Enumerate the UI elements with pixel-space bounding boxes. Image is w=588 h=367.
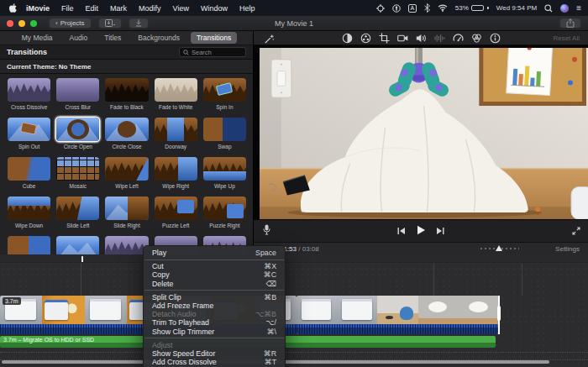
transition-thumbnail-wipe-down[interactable]	[8, 197, 50, 220]
viewer[interactable]	[254, 45, 588, 220]
menubar-clock[interactable]: Wed 9:54 PM	[496, 4, 537, 12]
menu-item-copy[interactable]: Copy⌘C	[144, 270, 285, 279]
play-button[interactable]	[416, 223, 426, 239]
menu-item-play[interactable]: PlaySpace	[144, 249, 285, 257]
crop-icon[interactable]	[379, 33, 390, 44]
transition-item: Fade to Black	[105, 78, 148, 118]
transition-thumbnail-wipe-left[interactable]	[105, 157, 148, 181]
previous-frame-button[interactable]	[397, 223, 406, 239]
transition-thumbnail-mosaic[interactable]	[56, 157, 99, 181]
transition-thumbnail-partial[interactable]	[56, 236, 99, 254]
transition-thumbnail-slide-right[interactable]	[105, 197, 148, 220]
clip-info-icon[interactable]	[490, 33, 501, 44]
timeline-ruler[interactable]	[0, 254, 588, 263]
import-media-button[interactable]	[98, 18, 122, 29]
close-window-button[interactable]	[7, 20, 13, 27]
minimize-window-button[interactable]	[18, 20, 25, 27]
current-theme-bar: Current Theme: No Theme	[0, 60, 253, 74]
transition-thumbnail-wipe-right[interactable]	[155, 157, 197, 181]
menubar-item-mark[interactable]: Mark	[104, 4, 133, 13]
transition-thumbnail-cross-blur[interactable]	[56, 78, 99, 102]
transition-item: Spin In	[203, 78, 246, 118]
back-to-projects-button[interactable]: ‹ Projects	[49, 18, 92, 29]
transition-thumbnail-cross-dissolve[interactable]	[8, 78, 50, 102]
transition-label: Doorway	[165, 144, 186, 149]
notification-center-icon[interactable]: ≡	[576, 3, 581, 13]
zoom-window-button[interactable]	[30, 20, 37, 27]
keyhole-icon[interactable]	[392, 4, 401, 13]
transition-thumbnail-puzzle-left[interactable]	[155, 197, 197, 220]
menu-separator	[144, 290, 284, 291]
timeline-settings-button[interactable]: Settings	[555, 245, 580, 253]
bluetooth-icon[interactable]	[424, 3, 430, 13]
menu-item-label: Split Clip	[152, 293, 181, 301]
transition-thumbnail-fade-to-black[interactable]	[105, 78, 148, 102]
menu-item-trim-to-playhead[interactable]: Trim To Playhead⌥/	[144, 318, 285, 327]
transition-thumbnail-swap[interactable]	[203, 118, 246, 141]
download-button[interactable]	[129, 18, 149, 29]
menubar-item-file[interactable]: File	[55, 4, 80, 13]
menu-item-show-speed-editor[interactable]: Show Speed Editor⌘R	[144, 349, 285, 358]
transition-thumbnail-partial[interactable]	[105, 236, 148, 254]
transition-thumbnail-slide-left[interactable]	[56, 197, 99, 220]
menubar-item-imovie[interactable]: iMovie	[20, 4, 55, 13]
tab-my-media[interactable]: My Media	[16, 32, 59, 44]
color-balance-icon[interactable]	[342, 33, 353, 44]
menu-item-adjust: Adjust	[144, 341, 285, 349]
apple-logo-icon[interactable]	[7, 3, 18, 13]
zoom-slider-thumb[interactable]	[496, 245, 502, 251]
wifi-icon[interactable]	[438, 4, 448, 12]
input-source-icon[interactable]: A	[408, 4, 417, 13]
clip-filter-icon[interactable]	[471, 33, 482, 44]
transition-thumbnail-partial[interactable]	[8, 236, 50, 254]
voiceover-mic-icon[interactable]	[263, 223, 270, 239]
transition-thumbnail-fade-to-white[interactable]	[155, 78, 197, 102]
transition-thumbnail-circle-open[interactable]	[56, 118, 99, 141]
search-field[interactable]	[179, 47, 246, 57]
tab-backgrounds[interactable]: Backgrounds	[132, 32, 186, 44]
timeline[interactable]: 3.7m 3.7m – Migrate OS to HDD or SSD	[0, 254, 588, 367]
stabilization-icon[interactable]	[397, 33, 408, 44]
menubar-item-help[interactable]: Help	[234, 4, 261, 13]
menubar-item-edit[interactable]: Edit	[80, 4, 105, 13]
menu-item-delete[interactable]: Delete⌫	[144, 280, 285, 288]
siri-icon[interactable]	[560, 4, 569, 13]
next-frame-button[interactable]	[436, 223, 444, 239]
timeline-zoom-slider[interactable]	[480, 245, 519, 253]
share-button[interactable]	[559, 18, 581, 29]
transition-label: Spin Out	[18, 144, 39, 149]
menubar-item-view[interactable]: View	[167, 4, 195, 13]
transition-thumbnail-circle-close[interactable]	[105, 118, 148, 141]
battery-indicator[interactable]: 53%	[455, 4, 489, 12]
tab-audio[interactable]: Audio	[64, 32, 94, 44]
fullscreen-icon[interactable]	[572, 223, 580, 239]
search-input[interactable]	[192, 49, 242, 56]
menu-item-add-cross-dissolve[interactable]: Add Cross Dissolve⌘T	[144, 358, 285, 366]
menubar-item-window[interactable]: Window	[195, 4, 234, 13]
transition-thumbnail-doorway[interactable]	[155, 118, 197, 141]
crosshair-icon[interactable]	[376, 4, 385, 13]
menu-item-split-clip[interactable]: Split Clip⌘B	[144, 293, 285, 301]
transition-thumbnail-puzzle-right[interactable]	[203, 197, 246, 220]
playhead[interactable]	[498, 296, 500, 334]
color-correction-icon[interactable]	[360, 33, 371, 44]
transition-label: Wipe Right	[162, 183, 189, 189]
menu-item-cut[interactable]: Cut⌘X	[144, 262, 285, 270]
menu-item-add-freeze-frame[interactable]: Add Freeze Frame	[144, 301, 285, 310]
selected-video-clip[interactable]	[297, 296, 499, 334]
noise-reduction-icon[interactable]	[434, 33, 445, 44]
transition-thumbnail-cube[interactable]	[8, 157, 50, 181]
tab-transitions[interactable]: Transitions	[191, 32, 237, 44]
spotlight-icon[interactable]	[544, 4, 553, 13]
menu-item-shortcut: ⌘R	[264, 349, 276, 358]
menubar-item-modify[interactable]: Modify	[133, 4, 167, 13]
transition-thumbnail-spin-out[interactable]	[8, 118, 50, 141]
tab-titles[interactable]: Titles	[98, 32, 127, 44]
filmstrip-frame	[377, 296, 417, 324]
menu-item-show-clip-trimmer[interactable]: Show Clip Trimmer⌘\	[144, 328, 285, 336]
speed-icon[interactable]	[453, 33, 464, 44]
transition-thumbnail-wipe-up[interactable]	[203, 157, 246, 181]
volume-icon[interactable]	[416, 33, 427, 44]
transition-thumbnail-spin-in[interactable]	[203, 78, 246, 102]
reset-all-button[interactable]: Reset All	[553, 34, 580, 42]
